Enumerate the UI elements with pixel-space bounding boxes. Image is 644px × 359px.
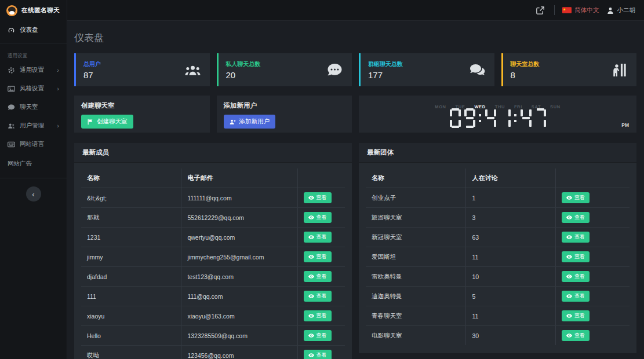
member-action-cell: 查看 — [297, 326, 345, 346]
view-button-label: 查看 — [574, 273, 585, 280]
brand-title: 在线匿名聊天 — [21, 6, 60, 14]
group-count-cell: 63 — [466, 228, 556, 247]
group-name-cell: 爱因斯坦 — [366, 247, 466, 267]
user-menu[interactable]: 小二胡 — [607, 6, 636, 14]
view-button[interactable]: 查看 — [562, 271, 590, 282]
view-button[interactable]: 查看 — [562, 251, 590, 262]
group-count-cell: 1 — [466, 188, 556, 208]
view-button[interactable]: 查看 — [562, 310, 590, 321]
table-row: 迪迦奥特曼5查看 — [366, 287, 630, 306]
member-name-cell: 111 — [81, 287, 181, 306]
table-row: xiaoyuxiaoyu@163.com查看 — [81, 306, 345, 326]
table-row: 111111@qq.com查看 — [81, 287, 345, 306]
clock-colon — [514, 108, 517, 128]
view-button[interactable]: 查看 — [562, 330, 590, 341]
stat-value: 87 — [83, 70, 101, 80]
language-selector[interactable]: 简体中文 — [562, 6, 599, 14]
view-button[interactable]: 查看 — [304, 330, 332, 341]
sidebar-item-label: 网站语言 — [20, 140, 44, 148]
view-button-label: 查看 — [316, 292, 327, 300]
view-button[interactable]: 查看 — [562, 192, 590, 203]
sidebar-item-label: 通用设置 — [20, 66, 44, 74]
column-header: 人在讨论 — [466, 168, 556, 188]
clock-digit — [521, 108, 532, 128]
create-room-button[interactable]: 创建聊天室 — [81, 115, 133, 129]
sidebar-item-网站语言[interactable]: 网站语言 — [0, 135, 67, 153]
view-button[interactable]: 查看 — [562, 291, 590, 302]
latest-members-panel: 最新成员 名称电子邮件 &lt;&gt;111111@qq.com查看那就552… — [74, 143, 352, 359]
group-count-cell: 30 — [466, 326, 556, 346]
view-button-label: 查看 — [316, 214, 327, 221]
view-button-label: 查看 — [574, 312, 585, 320]
member-name-cell: jimmy — [81, 247, 181, 267]
group-name-cell: 电影聊天室 — [366, 326, 466, 346]
table-row: 创业点子1查看 — [366, 188, 630, 208]
view-button[interactable]: 查看 — [304, 291, 332, 302]
view-button[interactable]: 查看 — [304, 310, 332, 321]
gear-icon — [8, 67, 15, 74]
topbar-divider — [554, 5, 555, 15]
eye-icon — [308, 294, 314, 298]
group-count-cell: 5 — [466, 287, 556, 306]
member-email-cell: 552612229@qq.com — [181, 208, 297, 228]
chevron-right-icon: › — [57, 86, 59, 92]
table-row: 那就552612229@qq.com查看 — [81, 208, 345, 228]
sidebar-collapse-button[interactable]: ‹ — [26, 186, 41, 202]
sidebar-item-label: 用户管理 — [20, 122, 44, 130]
group-action-cell: 查看 — [556, 287, 630, 306]
view-button[interactable]: 查看 — [562, 212, 590, 223]
stat-label: 总用户 — [83, 60, 101, 68]
mid-row: 创建聊天室 创建聊天室 添加新用户 添加新用户 — [74, 96, 636, 133]
group-name-cell: 创业点子 — [366, 188, 466, 208]
view-button[interactable]: 查看 — [304, 350, 332, 359]
member-email-cell: 123456@qq.com — [181, 346, 297, 359]
sidebar-item-用户管理[interactable]: 用户管理› — [0, 116, 67, 135]
add-user-button[interactable]: 添加新用户 — [224, 115, 276, 129]
view-button-label: 查看 — [574, 233, 585, 241]
clock-digit — [535, 108, 546, 128]
external-link-button[interactable] — [534, 4, 547, 17]
brand[interactable]: 在线匿名聊天 — [0, 0, 67, 21]
view-button-label: 查看 — [316, 233, 327, 241]
group-action-cell: 查看 — [556, 326, 630, 346]
group-action-cell: 查看 — [556, 188, 630, 208]
table-row: 爱因斯坦11查看 — [366, 247, 630, 267]
stat-card-聊天室总数: 聊天室总数8 — [501, 53, 637, 86]
member-email-cell: xiaoyu@163.com — [181, 306, 297, 326]
view-button[interactable]: 查看 — [304, 192, 332, 203]
sidebar-item-网站广告[interactable]: 网站广告 — [0, 153, 67, 174]
member-action-cell: 查看 — [297, 267, 345, 287]
clock-digit — [464, 108, 475, 128]
sidebar-item-仪表盘[interactable]: 仪表盘 — [0, 21, 67, 39]
member-action-cell: 查看 — [297, 306, 345, 326]
clock-meridiem: PM — [621, 122, 629, 128]
sidebar-item-通用设置[interactable]: 通用设置› — [0, 61, 67, 79]
view-button[interactable]: 查看 — [304, 232, 332, 243]
language-label: 简体中文 — [575, 6, 599, 14]
create-room-panel: 创建聊天室 创建聊天室 — [74, 96, 210, 133]
chat-room-icon — [8, 104, 15, 111]
eye-icon — [308, 196, 314, 200]
content: 仪表盘 总用户87私人聊天总数20群组聊天总数177聊天室总数8 创建聊天室 创… — [67, 21, 644, 359]
group-action-cell: 查看 — [556, 208, 630, 228]
comments-icon — [470, 63, 485, 77]
group-name-cell: 雷欧奥特曼 — [366, 267, 466, 287]
table-row: Hello1323285509@qq.com查看 — [81, 326, 345, 346]
table-row: 电影聊天室30查看 — [366, 326, 630, 346]
view-button[interactable]: 查看 — [304, 271, 332, 282]
sidebar-item-风格设置[interactable]: 风格设置› — [0, 79, 67, 98]
member-email-cell: qwertyu@qq.com — [181, 228, 297, 247]
view-button[interactable]: 查看 — [562, 232, 590, 243]
sidebar-item-聊天室[interactable]: 聊天室 — [0, 98, 67, 116]
view-button[interactable]: 查看 — [304, 251, 332, 262]
main: 简体中文 小二胡 仪表盘 总用户87私人聊天总数20群组聊天总数177聊天室总数… — [67, 0, 644, 359]
page-title: 仪表盘 — [74, 31, 636, 45]
member-action-cell: 查看 — [297, 188, 345, 208]
member-action-cell: 查看 — [297, 346, 345, 359]
view-button[interactable]: 查看 — [304, 212, 332, 223]
member-email-cell: 111111@qq.com — [181, 188, 297, 208]
stat-label: 私人聊天总数 — [226, 60, 261, 68]
table-row: 青春聊天室11查看 — [366, 306, 630, 326]
table-row: djafdadtest123@qq.com查看 — [81, 267, 345, 287]
users-icon — [8, 122, 15, 130]
